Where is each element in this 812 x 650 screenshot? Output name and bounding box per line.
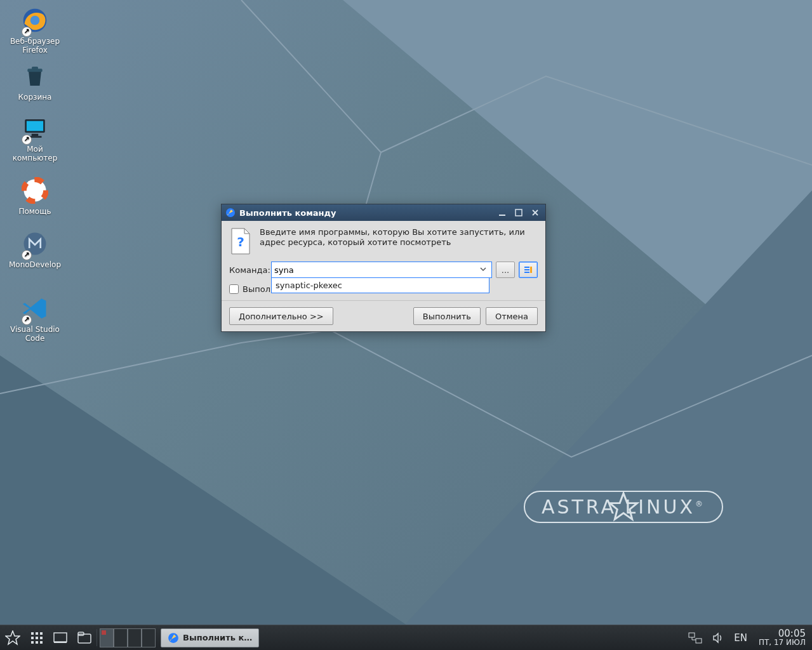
run-icon xyxy=(225,208,236,218)
svg-rect-16 xyxy=(499,215,505,216)
svg-rect-24 xyxy=(31,632,34,635)
run-in-terminal-checkbox[interactable] xyxy=(229,284,239,294)
shortcut-badge-icon: ↗ xyxy=(22,27,32,37)
close-button[interactable] xyxy=(529,207,542,218)
browse-button[interactable]: ... xyxy=(496,262,515,278)
dialog-info-text: Введите имя программы, которую Вы хотите… xyxy=(260,227,538,255)
run-icon xyxy=(168,632,179,644)
run-dialog: Выполнить команду ? Введите имя программ… xyxy=(221,204,546,332)
clock-date: ПТ, 17 ИЮЛ xyxy=(759,638,806,647)
taskbar: Выполнить к… EN 00:05 ПТ, 17 ИЮЛ xyxy=(0,625,812,650)
shortcut-badge-icon: ↗ xyxy=(22,135,32,145)
svg-rect-29 xyxy=(40,637,43,639)
svg-rect-7 xyxy=(32,67,38,69)
desktop-icon-label: Веб-браузерFirefox xyxy=(10,37,60,55)
svg-marker-23 xyxy=(6,631,20,644)
run-button[interactable]: Выполнить xyxy=(413,307,481,325)
autocomplete-dropdown: synaptic-pkexec xyxy=(271,278,489,293)
svg-text:?: ? xyxy=(237,234,244,249)
svg-rect-27 xyxy=(31,637,34,639)
minimize-button[interactable] xyxy=(496,207,509,218)
workspace-pager[interactable] xyxy=(100,628,156,647)
svg-rect-10 xyxy=(32,134,39,136)
file-manager-button[interactable] xyxy=(72,625,97,650)
desktop-icon-firefox[interactable]: ↗ Веб-браузерFirefox xyxy=(8,5,62,55)
desktop-icon-help[interactable]: Помощь xyxy=(8,175,62,216)
maximize-button[interactable] xyxy=(512,207,525,218)
svg-rect-25 xyxy=(36,632,38,635)
svg-rect-22 xyxy=(530,267,532,273)
svg-rect-17 xyxy=(516,209,522,216)
shortcut-badge-icon: ↗ xyxy=(22,250,32,260)
chevron-down-icon[interactable] xyxy=(478,265,489,275)
svg-rect-20 xyxy=(524,269,529,270)
svg-rect-9 xyxy=(27,121,43,131)
document-question-icon: ? xyxy=(229,227,252,255)
advanced-button[interactable]: Дополнительно >> xyxy=(229,307,333,325)
workspace-4[interactable] xyxy=(142,628,156,647)
desktop-icon-label: Visual StudioCode xyxy=(10,325,60,343)
start-button[interactable] xyxy=(0,625,25,650)
command-input[interactable] xyxy=(274,265,478,275)
svg-rect-26 xyxy=(40,632,43,635)
desktop-icon-trash[interactable]: Корзина xyxy=(8,61,62,102)
svg-rect-30 xyxy=(31,641,34,644)
tray-keyboard-layout[interactable]: EN xyxy=(729,625,752,650)
svg-rect-32 xyxy=(40,641,43,644)
tray-clock[interactable]: 00:05 ПТ, 17 ИЮЛ xyxy=(752,629,812,647)
svg-point-13 xyxy=(30,186,39,195)
checkbox-label: Выпол xyxy=(243,284,270,294)
task-title: Выполнить к… xyxy=(183,633,252,642)
desktop-icon-label: Корзина xyxy=(18,93,52,102)
svg-rect-19 xyxy=(524,267,529,268)
desktop-icon-label: Мойкомпьютер xyxy=(13,145,58,162)
taskbar-task-run-dialog[interactable]: Выполнить к… xyxy=(161,628,259,647)
shortcut-badge-icon: ↗ xyxy=(22,315,32,325)
svg-rect-28 xyxy=(36,637,38,639)
tray-volume-icon[interactable] xyxy=(707,625,729,650)
desktop-icon-label: Помощь xyxy=(18,207,51,216)
svg-rect-21 xyxy=(524,272,529,273)
svg-rect-34 xyxy=(54,642,67,643)
cancel-button[interactable]: Отмена xyxy=(486,307,538,325)
workspace-2[interactable] xyxy=(114,628,128,647)
command-label: Команда: xyxy=(229,265,267,275)
svg-rect-33 xyxy=(54,633,67,642)
desktop-icon-mycomputer[interactable]: ↗ Мойкомпьютер xyxy=(8,113,62,162)
workspace-1[interactable] xyxy=(100,628,114,647)
dialog-title: Выполнить команду xyxy=(239,208,336,218)
show-apps-button[interactable] xyxy=(25,625,48,650)
desktop-icon-monodevelop[interactable]: ↗ MonoDevelop xyxy=(8,229,62,269)
titlebar[interactable]: Выполнить команду xyxy=(222,204,545,221)
desktop-icon-vscode[interactable]: ↗ Visual StudioCode xyxy=(8,293,62,343)
autocomplete-option[interactable]: synaptic-pkexec xyxy=(272,278,489,293)
command-combobox[interactable] xyxy=(271,262,492,278)
svg-rect-39 xyxy=(696,639,702,643)
workspace-3[interactable] xyxy=(128,628,142,647)
svg-point-5 xyxy=(30,16,40,25)
tray-network-icon[interactable] xyxy=(683,625,707,650)
show-desktop-button[interactable] xyxy=(48,625,72,650)
svg-rect-38 xyxy=(689,633,695,637)
options-button[interactable] xyxy=(519,262,538,278)
svg-rect-31 xyxy=(36,641,38,644)
desktop-icon-label: MonoDevelop xyxy=(9,260,61,269)
clock-time: 00:05 xyxy=(759,629,806,638)
